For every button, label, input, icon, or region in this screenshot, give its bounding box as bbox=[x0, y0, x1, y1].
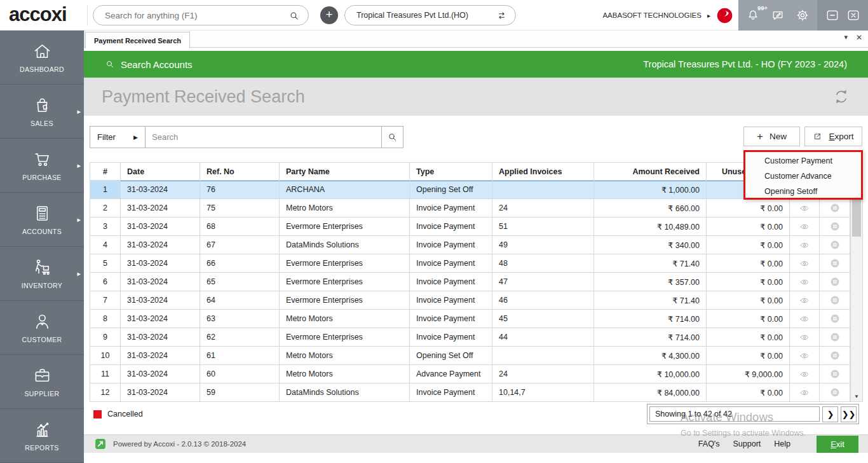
table-cell: 6 bbox=[90, 273, 121, 291]
switch-company-icon[interactable] bbox=[496, 10, 508, 22]
menu-item-customer-advance[interactable]: Customer Advance bbox=[745, 169, 861, 184]
refresh-icon[interactable] bbox=[832, 88, 850, 106]
sidebar-item-dashboard[interactable]: DASHBOARD bbox=[0, 31, 84, 85]
add-button[interactable]: + bbox=[320, 6, 338, 24]
table-row[interactable]: 331-03-202468Evermore EnterprisesInvoice… bbox=[90, 218, 863, 236]
row-menu-icon[interactable] bbox=[829, 368, 841, 380]
sidebar-item-inventory[interactable]: INVENTORY▸ bbox=[0, 247, 84, 301]
table-search-input[interactable] bbox=[146, 127, 381, 148]
row-menu-icon[interactable] bbox=[829, 221, 841, 232]
row-menu-icon[interactable] bbox=[829, 387, 841, 398]
table-row[interactable]: 1131-03-202460Metro MotorsAdvance Paymen… bbox=[90, 365, 863, 384]
table-cell: ₹ 0.00 bbox=[707, 384, 790, 402]
scrollbar-down-arrow-icon[interactable]: ▼ bbox=[851, 394, 862, 399]
export-button-label: Export bbox=[829, 132, 853, 141]
view-icon[interactable] bbox=[798, 259, 811, 268]
table-cell: 31-03-2024 bbox=[121, 254, 200, 273]
new-button[interactable]: + New bbox=[743, 127, 800, 146]
new-button-label: New bbox=[770, 132, 787, 141]
row-menu-icon[interactable] bbox=[829, 258, 841, 269]
row-menu-icon[interactable] bbox=[829, 276, 841, 287]
scrollbar-thumb[interactable] bbox=[852, 200, 861, 237]
new-dropdown-menu: Customer PaymentCustomer AdvanceOpening … bbox=[743, 150, 863, 200]
header-icon-group: 99+ bbox=[738, 0, 817, 31]
table-cell: ₹ 1,000.00 bbox=[594, 181, 707, 199]
company-selector[interactable]: Tropical Treasures Pvt Ltd.(HO) bbox=[344, 5, 516, 25]
last-page-button[interactable]: ❯❯ bbox=[841, 406, 857, 422]
footer-link-help[interactable]: Help bbox=[774, 439, 790, 448]
view-icon[interactable] bbox=[798, 333, 811, 342]
view-icon[interactable] bbox=[798, 240, 811, 250]
search-icon[interactable] bbox=[288, 10, 300, 22]
footer-link-support[interactable]: Support bbox=[733, 439, 761, 448]
table-row[interactable]: 1231-03-202459DataMinds SolutionsInvoice… bbox=[90, 384, 863, 402]
row-menu-icon[interactable] bbox=[829, 350, 841, 361]
sidebar-item-supplier[interactable]: SUPPLIER bbox=[0, 355, 84, 409]
table-cell bbox=[790, 236, 820, 254]
column-header[interactable]: Party Name bbox=[280, 162, 410, 181]
filter-dropdown[interactable]: Filter ▶ bbox=[90, 126, 146, 148]
messages-icon[interactable] bbox=[771, 8, 785, 22]
row-menu-icon[interactable] bbox=[829, 294, 841, 306]
minimize-icon[interactable] bbox=[825, 8, 839, 22]
tab-list-caret-icon[interactable]: ▾ bbox=[844, 33, 848, 41]
column-header[interactable]: Amount Received bbox=[594, 162, 707, 181]
table-cell: Invoice Payment bbox=[410, 273, 492, 291]
view-icon[interactable] bbox=[798, 277, 811, 287]
view-icon[interactable] bbox=[798, 351, 811, 361]
table-row[interactable]: 931-03-202462Evermore EnterprisesInvoice… bbox=[90, 328, 863, 347]
row-menu-icon[interactable] bbox=[829, 202, 841, 214]
column-header[interactable]: Ref. No bbox=[200, 162, 280, 181]
table-row[interactable]: 431-03-202467DataMinds SolutionsInvoice … bbox=[90, 236, 863, 254]
table-row[interactable]: 231-03-202475Metro MotorsInvoice Payment… bbox=[90, 199, 863, 218]
search-accounts-link[interactable]: Search Accounts bbox=[105, 59, 193, 70]
sidebar-item-purchase[interactable]: PURCHASE▸ bbox=[0, 139, 84, 193]
tab-close-icon[interactable]: ✕ bbox=[856, 33, 862, 42]
close-window-icon[interactable] bbox=[846, 8, 860, 22]
table-search-button[interactable] bbox=[381, 126, 403, 148]
table-row[interactable]: 631-03-202465Evermore EnterprisesInvoice… bbox=[90, 273, 863, 291]
menu-item-opening-setoff[interactable]: Opening Setoff bbox=[745, 184, 861, 199]
tab-payment-received-search[interactable]: Payment Received Search bbox=[85, 32, 190, 48]
organization-zone[interactable]: AABASOFT TECHNOLOGIES ▸ bbox=[602, 0, 733, 31]
column-header[interactable]: Type bbox=[410, 162, 492, 181]
footer-link-faqs[interactable]: FAQ's bbox=[698, 439, 720, 448]
table-cell: 12 bbox=[90, 384, 121, 402]
table-row[interactable]: 831-03-202463Metro MotorsInvoice Payment… bbox=[90, 310, 863, 328]
view-icon[interactable] bbox=[798, 204, 811, 213]
column-header[interactable]: Applied Invoices bbox=[492, 162, 594, 181]
table-row[interactable]: 1031-03-202461Metro MotorsOpening Set Of… bbox=[90, 347, 863, 365]
calculator-icon bbox=[32, 204, 52, 223]
view-icon[interactable] bbox=[798, 296, 811, 305]
table-cell: 31-03-2024 bbox=[121, 384, 200, 402]
sidebar-item-customer[interactable]: CUSTOMER bbox=[0, 301, 84, 355]
sidebar-item-accounts[interactable]: ACCOUNTS▸ bbox=[0, 193, 84, 247]
avatar[interactable] bbox=[716, 7, 733, 24]
table-row[interactable]: 531-03-202466Evermore EnterprisesInvoice… bbox=[90, 254, 863, 273]
column-header[interactable]: # bbox=[90, 162, 121, 181]
chevron-right-icon: ▸ bbox=[707, 12, 710, 19]
view-icon[interactable] bbox=[798, 370, 811, 379]
global-search bbox=[93, 5, 309, 25]
table-cell: Invoice Payment bbox=[410, 218, 492, 236]
export-button[interactable]: Export bbox=[804, 127, 862, 146]
table-row[interactable]: 731-03-202464Evermore EnterprisesInvoice… bbox=[90, 291, 863, 310]
exit-button[interactable]: Exit bbox=[817, 436, 858, 453]
view-icon[interactable] bbox=[798, 388, 811, 397]
settings-gear-icon[interactable] bbox=[796, 8, 810, 22]
view-icon[interactable] bbox=[798, 222, 811, 232]
row-menu-icon[interactable] bbox=[829, 313, 841, 324]
powered-by-zone: Powered by Accoxi - 2.0.13 © 2018-2024 bbox=[94, 435, 246, 453]
notifications-bell-icon[interactable]: 99+ bbox=[746, 8, 760, 22]
next-page-button[interactable]: ❯ bbox=[822, 406, 838, 422]
table-cell bbox=[790, 365, 820, 384]
column-header[interactable]: Date bbox=[121, 162, 200, 181]
sidebar-item-reports[interactable]: REPORTS bbox=[0, 409, 84, 463]
menu-item-customer-payment[interactable]: Customer Payment bbox=[745, 153, 861, 169]
tab-label: Payment Received Search bbox=[94, 37, 181, 45]
row-menu-icon[interactable] bbox=[829, 239, 841, 251]
sidebar-item-sales[interactable]: SALES▸ bbox=[0, 85, 84, 139]
row-menu-icon[interactable] bbox=[829, 331, 841, 343]
global-search-input[interactable] bbox=[105, 6, 283, 25]
view-icon[interactable] bbox=[798, 314, 811, 324]
